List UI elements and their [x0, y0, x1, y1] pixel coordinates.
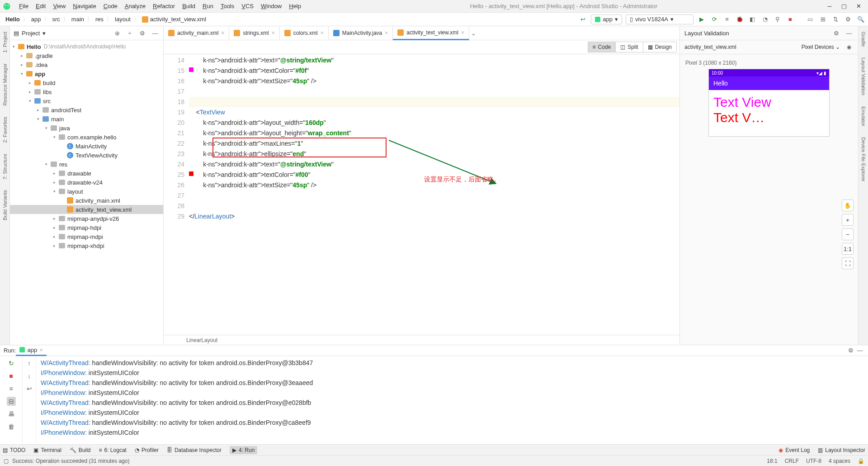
close-icon[interactable]: × — [272, 30, 275, 36]
tab-activity_text_view-xml[interactable]: activity_text_view.xml× — [393, 26, 469, 40]
close-icon[interactable]: × — [461, 29, 464, 36]
tree-mipmap-xhdpi[interactable]: ▸mipmap-xhdpi — [10, 241, 163, 250]
project-tree[interactable]: ▾HelloD:\install\Android\Androidwp\Hello… — [10, 40, 163, 345]
menu-refactor[interactable]: Refactor — [149, 3, 179, 10]
filter-icon[interactable]: ≡ — [7, 384, 16, 393]
tree-androidTest[interactable]: ▸androidTest — [10, 105, 163, 114]
tree-layout[interactable]: ▾layout — [10, 187, 163, 196]
menu-navigate[interactable]: Navigate — [69, 3, 99, 10]
breadcrumb-activity_text_view.xml[interactable]: activity_text_view.xml — [139, 16, 209, 23]
hide-icon[interactable]: — — [844, 29, 854, 38]
breadcrumb-layout[interactable]: layout — [112, 16, 133, 23]
sidebar-resource-manager[interactable]: Resource Manager — [1, 61, 9, 109]
view-split-button[interactable]: ◫Split — [616, 42, 643, 52]
sync-icon[interactable]: ⇅ — [831, 15, 840, 24]
menu-build[interactable]: Build — [179, 3, 199, 10]
tree-app[interactable]: ▾app — [10, 69, 163, 78]
avd-icon[interactable]: ▭ — [806, 15, 815, 24]
tree-build[interactable]: ▸build — [10, 78, 163, 87]
tree-src[interactable]: ▾src — [10, 96, 163, 105]
collapse-icon[interactable]: ÷ — [125, 29, 134, 38]
locale-icon[interactable]: ◉ — [844, 43, 854, 52]
print-icon[interactable]: 🖶 — [7, 409, 16, 418]
tree-root[interactable]: ▾HelloD:\install\Android\Androidwp\Hello — [10, 42, 163, 51]
status-icon[interactable]: ▢ — [4, 458, 9, 464]
apply-code-icon[interactable]: ≡ — [722, 15, 731, 24]
menu-run[interactable]: Run — [199, 3, 217, 10]
sidebar-gradle[interactable]: Gradle — [860, 29, 867, 49]
tree-libs[interactable]: ▸libs — [10, 87, 163, 96]
menu-analyze[interactable]: Analyze — [121, 3, 149, 10]
minimize-button[interactable]: ─ — [826, 3, 833, 10]
run-configuration-select[interactable]: app ▾ — [591, 14, 622, 24]
tab-strings-xml[interactable]: strings.xml× — [229, 26, 279, 40]
tab-run[interactable]: ▶ 4: Run — [230, 446, 257, 454]
tree-mipmap-hdpi[interactable]: ▸mipmap-hdpi — [10, 223, 163, 232]
breadcrumb-Hello[interactable]: Hello — [3, 16, 23, 23]
menu-tools[interactable]: Tools — [217, 3, 238, 10]
tree-main[interactable]: ▾main — [10, 114, 163, 124]
zoom-fit-icon[interactable]: 1:1 — [842, 243, 854, 255]
menu-window[interactable]: Window — [257, 3, 285, 10]
wrap-icon[interactable]: ↩ — [25, 384, 34, 393]
tree-drawable[interactable]: ▸drawable — [10, 169, 163, 178]
sidebar-emulator[interactable]: Emulator — [860, 104, 867, 129]
zoom-in-icon[interactable]: + — [842, 214, 854, 226]
search-icon[interactable]: 🔍 — [856, 15, 865, 24]
caret-position[interactable]: 18:1 — [767, 458, 777, 464]
apply-changes-icon[interactable]: ⟳ — [710, 15, 719, 24]
menu-edit[interactable]: Edit — [32, 3, 49, 10]
close-icon[interactable]: × — [321, 30, 324, 36]
debug-icon[interactable]: 🐞 — [735, 15, 744, 24]
sidebar-build-variants[interactable]: Build Variants — [1, 187, 9, 223]
menu-code[interactable]: Code — [100, 3, 121, 10]
tab-profiler[interactable]: ◔ Profiler — [135, 447, 159, 453]
down-icon[interactable]: ↓ — [25, 371, 34, 380]
tree-res[interactable]: ▾res — [10, 160, 163, 169]
target-icon[interactable]: ⊕ — [113, 29, 122, 38]
sidebar-2--favorites[interactable]: 2: Favorites — [1, 114, 9, 145]
tab-layout-inspector[interactable]: ▥ Layout Inspector — [818, 447, 865, 453]
menu-file[interactable]: File — [15, 3, 32, 10]
code-editor[interactable]: k-ns">android:k-attr">text="@string/text… — [189, 54, 679, 335]
sidebar-layout-validation[interactable]: Layout Validation — [860, 55, 867, 98]
close-icon[interactable]: × — [39, 347, 43, 353]
run-tab-app[interactable]: app × — [16, 345, 46, 356]
tree-activity_main-xml[interactable]: activity_main.xml — [10, 196, 163, 205]
run-icon[interactable]: ▶ — [697, 15, 706, 24]
editor-breadcrumb[interactable]: LinearLayout — [164, 335, 679, 345]
tab-database-inspector[interactable]: 🗄 Database Inspector — [167, 447, 222, 453]
hide-icon[interactable]: — — [151, 29, 160, 38]
tree--idea[interactable]: ▸.idea — [10, 60, 163, 69]
close-button[interactable]: ✕ — [855, 3, 862, 10]
tab-logcat[interactable]: ≡ 6: Logcat — [99, 447, 127, 453]
breadcrumb-res[interactable]: res — [93, 16, 106, 23]
layout-icon[interactable]: ⊟ — [7, 397, 16, 406]
tree-com-example-hello[interactable]: ▾com.example.hello — [10, 133, 163, 142]
delete-icon[interactable]: 🗑 — [7, 422, 16, 431]
tree-drawable-v24[interactable]: ▸drawable-v24 — [10, 178, 163, 187]
device-select[interactable]: ▯ vivo V1824A ▾ — [626, 14, 693, 24]
pixel-devices-select[interactable]: Pixel Devices ⌄ — [802, 44, 840, 50]
tools-icon[interactable]: ⚙ — [844, 15, 853, 24]
tab-MainActivity-java[interactable]: MainActivity.java× — [329, 26, 393, 40]
menu-view[interactable]: View — [49, 3, 69, 10]
hide-icon[interactable]: — — [855, 346, 864, 355]
encoding[interactable]: UTF-8 — [806, 458, 821, 464]
gear-icon[interactable]: ⚙ — [846, 346, 855, 355]
pan-icon[interactable]: ✋ — [842, 200, 854, 211]
run-log-output[interactable]: W/ActivityThread: handleWindowVisibility… — [36, 356, 868, 444]
tab-event-log[interactable]: ◉ Event Log — [778, 447, 810, 453]
tree-TextViewActivity[interactable]: CTextViewActivity — [10, 151, 163, 160]
tab-activity_main-xml[interactable]: activity_main.xml× — [164, 26, 229, 40]
sdk-icon[interactable]: ⊞ — [818, 15, 827, 24]
menu-help[interactable]: Help — [285, 3, 305, 10]
view-code-button[interactable]: ≡Code — [588, 42, 616, 52]
sidebar-device-file-explorer[interactable]: Device File Explorer — [860, 134, 867, 184]
coverage-icon[interactable]: ◧ — [748, 15, 757, 24]
preview-file-label[interactable]: activity_text_view.xml — [684, 44, 736, 50]
stop-icon[interactable]: ■ — [786, 15, 795, 24]
tabs-overflow-icon[interactable]: ⌄ — [469, 29, 478, 38]
tab-todo[interactable]: ▤ TODO — [3, 447, 25, 453]
indent[interactable]: 4 spaces — [829, 458, 850, 464]
